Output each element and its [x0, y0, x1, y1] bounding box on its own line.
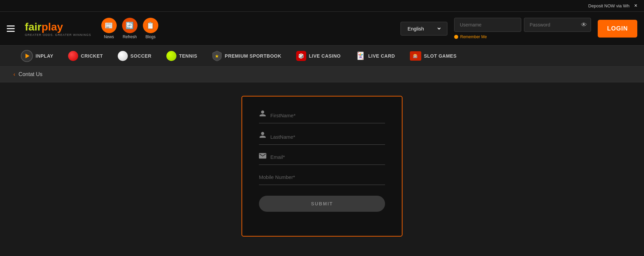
svg-text:★: ★ — [215, 54, 219, 59]
soccer-icon — [118, 51, 128, 61]
blogs-label: Blogs — [146, 35, 156, 39]
header-nav: 📰 News 🔄 Refresh 📋 Blogs — [101, 18, 158, 39]
back-button[interactable]: ‹ — [13, 71, 15, 77]
cards-icon: 🃏 — [356, 51, 366, 61]
live-casino-label: LIVE CASINO — [309, 53, 341, 59]
nav-slot-games[interactable]: 🎰 SLOT GAMES — [402, 46, 464, 66]
email-icon — [259, 153, 266, 161]
page-title: Contat Us — [18, 71, 42, 77]
logo-text: fairplay — [25, 21, 63, 33]
inplay-label: INPLAY — [36, 53, 53, 59]
slot-games-label: SLOT GAMES — [424, 53, 457, 59]
slot-icon: 🎰 — [410, 51, 421, 61]
remember-row: Remember Me — [454, 35, 591, 39]
submit-button[interactable]: SUBMIT — [259, 196, 385, 212]
last-name-input[interactable] — [270, 133, 385, 141]
refresh-label: Refresh — [123, 35, 137, 39]
username-input[interactable] — [454, 18, 521, 32]
login-button[interactable]: LOGIN — [598, 20, 637, 38]
refresh-nav-item[interactable]: 🔄 Refresh — [122, 18, 138, 39]
nav-premium-sportbook[interactable]: ★ PREMIUM SPORTBOOK — [205, 46, 289, 66]
live-card-label: LIVE CARD — [368, 53, 395, 59]
logo-fair: fair — [25, 21, 42, 33]
language-dropdown[interactable]: English Hindi Tamil — [406, 25, 442, 32]
first-name-icon — [259, 110, 266, 119]
news-label: News — [104, 35, 114, 39]
main-content: SUBMIT — [0, 82, 644, 250]
shield-wrapper: ★ — [212, 50, 222, 62]
blogs-icon: 📋 — [143, 18, 158, 33]
tennis-icon — [166, 51, 176, 61]
contact-form: SUBMIT — [241, 96, 402, 237]
last-name-field — [259, 131, 385, 145]
nav-cricket[interactable]: CRICKET — [61, 46, 110, 66]
first-name-field — [259, 110, 385, 123]
email-field — [259, 153, 385, 165]
language-selector[interactable]: English Hindi Tamil — [400, 22, 447, 36]
tennis-label: TENNIS — [179, 53, 197, 59]
mobile-field — [259, 173, 385, 185]
remember-indicator — [454, 35, 458, 39]
notification-text: Deposit NOW via Wh — [588, 3, 630, 8]
first-name-input[interactable] — [270, 111, 385, 120]
main-nav: INPLAY CRICKET SOCCER TENNIS ★ PREMIUM S… — [0, 45, 644, 67]
soccer-label: SOCCER — [130, 53, 152, 59]
logo[interactable]: fairplay GREATER ODDS. GREATER WINNINGS — [25, 21, 91, 37]
shield-icon: ★ — [212, 50, 222, 62]
remember-label: Remember Me — [460, 35, 487, 39]
dice-icon: 🎲 — [296, 51, 306, 61]
logo-play: play — [42, 21, 63, 33]
nav-inplay[interactable]: INPLAY — [13, 46, 61, 66]
last-name-icon — [259, 131, 266, 140]
email-input[interactable] — [270, 153, 385, 161]
refresh-icon: 🔄 — [122, 18, 138, 33]
news-nav-item[interactable]: 📰 News — [101, 18, 117, 39]
page-header: ‹ Contat Us — [0, 67, 644, 82]
cricket-label: CRICKET — [81, 53, 103, 59]
premium-sportbook-label: PREMIUM SPORTBOOK — [225, 53, 281, 59]
eye-icon[interactable]: 👁 — [581, 21, 587, 28]
cricket-icon — [68, 51, 78, 61]
nav-live-card[interactable]: 🃏 LIVE CARD — [348, 46, 402, 66]
credentials-inputs: 👁 — [454, 18, 591, 32]
mobile-input[interactable] — [259, 173, 385, 181]
notification-close[interactable]: × — [634, 3, 637, 9]
blogs-nav-item[interactable]: 📋 Blogs — [143, 18, 158, 39]
news-icon: 📰 — [101, 18, 117, 33]
nav-live-casino[interactable]: 🎲 LIVE CASINO — [289, 46, 348, 66]
nav-tennis[interactable]: TENNIS — [159, 46, 205, 66]
inplay-icon — [21, 50, 33, 62]
nav-soccer[interactable]: SOCCER — [110, 46, 159, 66]
header: fairplay GREATER ODDS. GREATER WINNINGS … — [0, 12, 644, 45]
logo-tagline: GREATER ODDS. GREATER WINNINGS — [25, 33, 91, 37]
notification-bar: Deposit NOW via Wh × — [0, 0, 644, 12]
hamburger-menu[interactable] — [7, 25, 15, 32]
credentials-section: 👁 Remember Me — [454, 18, 591, 39]
password-wrapper: 👁 — [524, 18, 591, 32]
